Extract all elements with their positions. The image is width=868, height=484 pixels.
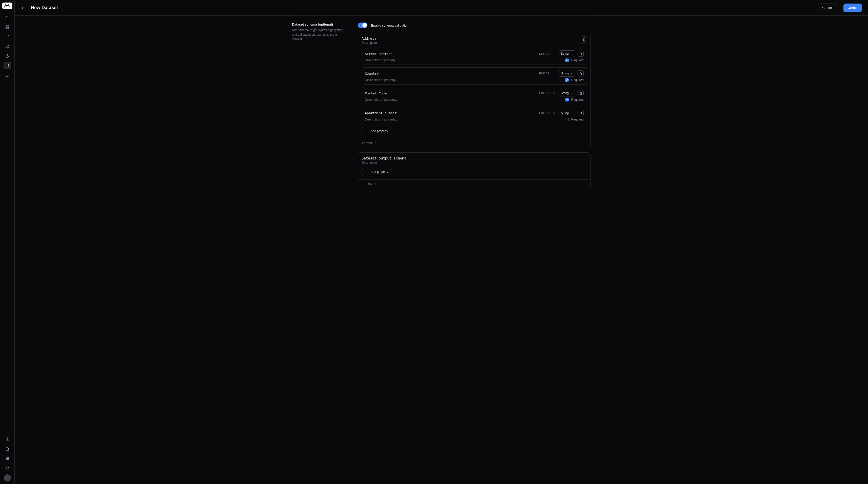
page-title: New Dataset (31, 5, 58, 10)
cancel-button[interactable]: Cancel (818, 4, 837, 12)
nav-home[interactable] (4, 14, 11, 21)
property-name-input[interactable] (365, 91, 536, 95)
schema-name: Address (362, 36, 578, 40)
property-row: EDITORStringRequired (362, 67, 587, 85)
type-select[interactable]: String (559, 51, 575, 57)
property-name-input[interactable] (365, 72, 536, 75)
delete-property-button[interactable] (578, 110, 584, 116)
copy-schema-button[interactable] (581, 36, 587, 42)
type-select-value: String (561, 111, 569, 115)
property-name-input[interactable] (365, 52, 536, 56)
svg-rect-3 (8, 27, 9, 29)
section-title: Dataset schema (optional) (292, 23, 348, 26)
back-button[interactable] (20, 5, 26, 11)
nav-settings[interactable] (4, 435, 11, 443)
nav-apps[interactable] (4, 23, 11, 31)
editor-label: EDITOR (539, 72, 550, 75)
svg-rect-1 (8, 26, 9, 27)
reorder-handle[interactable] (553, 91, 556, 95)
svg-rect-2 (6, 27, 7, 29)
property-row: EDITORStringRequired (362, 47, 587, 65)
add-property-button[interactable]: Add property (362, 168, 392, 176)
property-description-input[interactable] (365, 118, 563, 121)
nav-rail: L (0, 0, 15, 484)
delete-property-button[interactable] (578, 90, 584, 96)
add-property-label: Add property (371, 170, 388, 174)
enable-schema-label: Enable schema validation (371, 24, 408, 27)
svg-point-6 (7, 439, 8, 440)
type-select[interactable]: String (559, 90, 575, 96)
property-name-input[interactable] (365, 111, 536, 115)
reorder-handle[interactable] (553, 111, 556, 115)
property-row: EDITORStringRequired (362, 107, 587, 124)
schema-name: Dataset output schema (362, 156, 587, 160)
required-checkbox[interactable] (565, 98, 569, 101)
create-button[interactable]: Create (843, 4, 862, 12)
nav-chat[interactable] (4, 71, 11, 79)
enable-schema-toggle[interactable] (358, 23, 367, 28)
delete-property-button[interactable] (578, 51, 584, 57)
nav-datasets[interactable] (4, 62, 11, 69)
nav-inbox[interactable] (4, 464, 11, 472)
type-select-value: String (561, 91, 569, 95)
svg-point-5 (6, 64, 9, 65)
delete-property-button[interactable] (578, 70, 584, 76)
property-description-input[interactable] (365, 98, 563, 101)
type-select[interactable]: String (559, 70, 575, 77)
add-property-label: Add property (371, 129, 388, 133)
add-property-button[interactable]: Add property (362, 127, 392, 135)
property-row: EDITORStringRequired (362, 87, 587, 104)
required-checkbox[interactable] (565, 59, 569, 62)
editor-label: EDITOR (539, 53, 550, 55)
page-header: New Dataset Cancel Create (15, 0, 868, 16)
editor-footer-label: EDITOR (362, 183, 372, 186)
svg-rect-0 (6, 26, 7, 27)
svg-point-4 (6, 45, 9, 48)
schema-description: Description (362, 161, 587, 164)
required-checkbox[interactable] (565, 78, 569, 82)
type-select-value: String (561, 52, 569, 56)
output-schema-card: Dataset output schema Description Add pr… (358, 152, 591, 189)
svg-rect-9 (583, 39, 585, 41)
required-label: Required (571, 118, 584, 121)
avatar[interactable]: L (4, 474, 11, 481)
section-description: Add schema to get syntax highlighting an… (292, 28, 348, 41)
required-label: Required (571, 78, 584, 82)
required-label: Required (571, 98, 584, 101)
nav-docs[interactable] (4, 445, 11, 453)
editor-label: EDITOR (539, 92, 550, 95)
property-description-input[interactable] (365, 78, 563, 82)
required-label: Required (571, 59, 584, 62)
reorder-handle[interactable] (553, 72, 556, 75)
editor-footer-label: EDITOR (362, 142, 372, 145)
nav-play[interactable] (4, 42, 11, 50)
schema-description: Description (362, 41, 578, 44)
type-select-value: String (561, 72, 569, 75)
logo (2, 3, 12, 9)
nav-globe[interactable] (4, 455, 11, 462)
reorder-handle[interactable] (553, 52, 556, 56)
input-schema-card: Address Description EDITORStringRequired… (358, 33, 591, 148)
editor-expand-icon[interactable] (374, 182, 378, 186)
type-select[interactable]: String (559, 109, 575, 116)
editor-label: EDITOR (539, 111, 550, 115)
editor-expand-icon[interactable] (374, 141, 378, 145)
required-checkbox[interactable] (565, 118, 569, 121)
nav-edit[interactable] (4, 33, 11, 40)
property-description-input[interactable] (365, 59, 563, 62)
nav-deploy[interactable] (4, 52, 11, 60)
